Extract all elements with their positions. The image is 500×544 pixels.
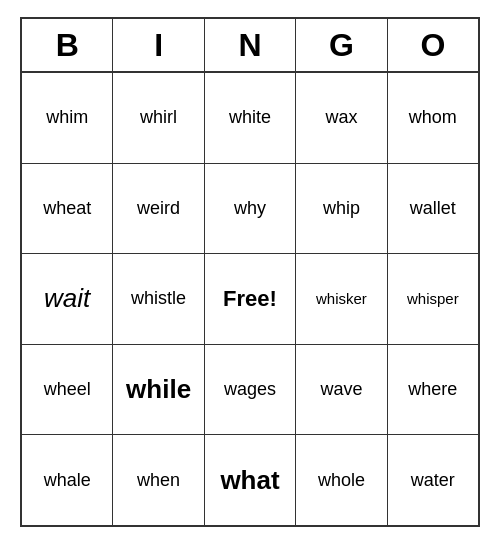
bingo-cell: water	[388, 435, 478, 525]
bingo-cell: while	[113, 345, 204, 435]
bingo-cell: what	[205, 435, 296, 525]
bingo-cell: whip	[296, 164, 387, 254]
bingo-row: waitwhistleFree!whiskerwhisper	[22, 254, 478, 345]
bingo-row: wheelwhilewageswavewhere	[22, 345, 478, 436]
bingo-cell: when	[113, 435, 204, 525]
bingo-cell: white	[205, 73, 296, 163]
bingo-cell: whistle	[113, 254, 204, 344]
bingo-row: wheatweirdwhywhipwallet	[22, 164, 478, 255]
header-letter: N	[205, 19, 296, 71]
bingo-body: whimwhirlwhitewaxwhomwheatweirdwhywhipwa…	[22, 73, 478, 525]
bingo-cell: whisper	[388, 254, 478, 344]
bingo-row: whimwhirlwhitewaxwhom	[22, 73, 478, 164]
bingo-header: BINGO	[22, 19, 478, 73]
bingo-row: whalewhenwhatwholewater	[22, 435, 478, 525]
bingo-cell: wheat	[22, 164, 113, 254]
bingo-cell: Free!	[205, 254, 296, 344]
bingo-cell: whale	[22, 435, 113, 525]
header-letter: B	[22, 19, 113, 71]
bingo-cell: weird	[113, 164, 204, 254]
header-letter: G	[296, 19, 387, 71]
bingo-cell: where	[388, 345, 478, 435]
bingo-cell: wait	[22, 254, 113, 344]
bingo-cell: wages	[205, 345, 296, 435]
bingo-card: BINGO whimwhirlwhitewaxwhomwheatweirdwhy…	[20, 17, 480, 527]
bingo-cell: wheel	[22, 345, 113, 435]
bingo-cell: whom	[388, 73, 478, 163]
bingo-cell: whim	[22, 73, 113, 163]
bingo-cell: whole	[296, 435, 387, 525]
bingo-cell: wave	[296, 345, 387, 435]
header-letter: O	[388, 19, 478, 71]
bingo-cell: why	[205, 164, 296, 254]
bingo-cell: wax	[296, 73, 387, 163]
bingo-cell: whirl	[113, 73, 204, 163]
bingo-cell: wallet	[388, 164, 478, 254]
header-letter: I	[113, 19, 204, 71]
bingo-cell: whisker	[296, 254, 387, 344]
